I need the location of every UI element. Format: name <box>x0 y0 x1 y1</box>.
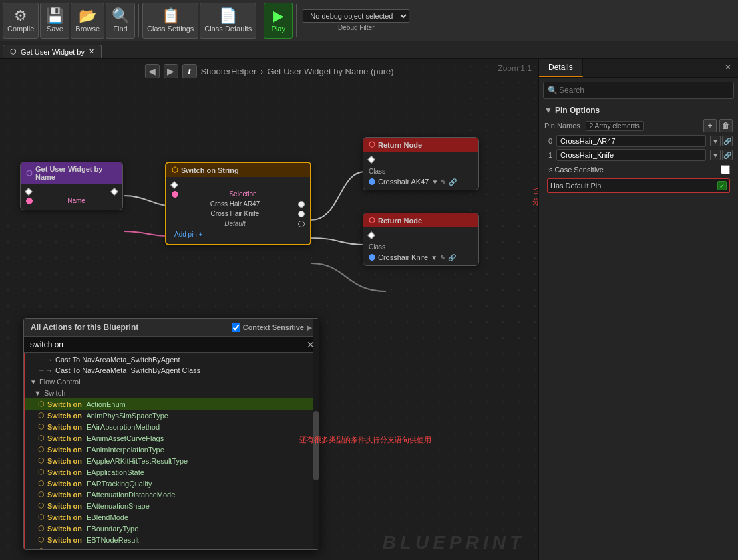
action-switch-eanim-interp[interactable]: ⬡ Switch on EAnimInterpolationType <box>25 444 318 455</box>
nav-back-button[interactable]: ◀ <box>144 64 159 78</box>
subcategory-switch[interactable]: ▼ Switch <box>25 388 318 398</box>
action-cast2[interactable]: →→ Cast To NavAreaMeta_SwitchByAgent Cla… <box>25 365 318 376</box>
switch-knife-pin[interactable] <box>298 211 305 217</box>
add-pin-btn[interactable]: + <box>703 119 717 132</box>
cast1-prefix: →→ <box>38 356 53 364</box>
canvas-area[interactable]: ◀ ▶ f ShooterHelper › Get User Widget by… <box>0 59 538 560</box>
class-settings-button[interactable]: 📋 Class Settings <box>142 3 198 39</box>
class-defaults-button[interactable]: 📄 Class Defaults <box>200 3 256 39</box>
switch-eanim-asset-icon: ⬡ <box>38 434 45 442</box>
action-switch-eapp[interactable]: ⬡ Switch on EApplicationState <box>25 466 318 478</box>
switch-enum-icon: ⬡ <box>38 400 45 408</box>
has-default-pin-checkbox[interactable]: ✓ <box>717 181 727 190</box>
switch-ear-rest: EARTrackingQuality <box>85 480 152 488</box>
switch-knife-label: Cross Hair Knife <box>211 210 260 217</box>
action-switch-eboundary[interactable]: ⬡ Switch on EBoundaryType <box>25 523 318 534</box>
context-sensitive-checkbox[interactable] <box>232 323 240 332</box>
switch-exec-row <box>172 181 305 189</box>
action-switch-eatt-dist[interactable]: ⬡ Switch on EAttenuationDistanceModel <box>25 489 318 500</box>
browse-button[interactable]: 📂 Browse <box>71 3 104 39</box>
ret1-exec-in[interactable] <box>367 156 375 163</box>
action-switch-ebt[interactable]: ⬡ Switch on EBTNodeResult <box>25 534 318 545</box>
nav-forward-button[interactable]: ▶ <box>163 64 178 78</box>
switch-eatt-dist-rest: EAttenuationDistanceModel <box>85 491 177 499</box>
actions-header: All Actions for this Blueprint Context S… <box>24 319 319 337</box>
node-switch-on-string[interactable]: ⬡ Switch on String Selection Cross Hair … <box>165 162 311 245</box>
pin-name-dot[interactable] <box>26 198 33 204</box>
category-flow-control[interactable]: ▼ Flow Control <box>25 376 318 388</box>
play-label: Play <box>272 25 285 33</box>
switch-default-label: Default <box>224 220 246 227</box>
ret2-dropdown-icon[interactable]: ▼ <box>431 254 437 261</box>
action-cast1[interactable]: →→ Cast To NavAreaMeta_SwitchByAgent <box>25 354 318 365</box>
action-switch-anim[interactable]: ⬡ Switch on AnimPhysSimSpaceType <box>25 410 318 421</box>
pin-name-input-0[interactable] <box>556 135 706 147</box>
pin-exec-in[interactable] <box>25 188 32 195</box>
action-switch-ebutton[interactable]: ⬡ Switch on EButtonClickMethod <box>25 545 318 549</box>
play-button[interactable]: ▶ Play <box>264 3 293 39</box>
action-switch-enum[interactable]: ⬡ Switch on ActionEnum <box>25 398 318 410</box>
ret1-edit-icon[interactable]: ✎ <box>441 178 446 186</box>
node-return-1[interactable]: ⬡ Return Node Class Crosshair AK47 ▼ ✎ 🔗 <box>363 137 479 190</box>
pin-1-dropdown[interactable]: ▼ <box>710 150 721 160</box>
ret1-class-dot[interactable] <box>369 178 375 185</box>
switch-selection-label: Selection <box>229 190 256 198</box>
actions-scrollbar-thumb[interactable] <box>313 411 319 480</box>
compile-label: Compile <box>7 25 34 33</box>
switch-eatt-dist-icon: ⬡ <box>38 490 45 499</box>
actions-search-input[interactable] <box>28 338 307 351</box>
ret2-edit-icon[interactable]: ✎ <box>440 254 445 261</box>
ret1-exec-row <box>369 156 473 164</box>
pin-names-actions: + 🗑 <box>703 119 733 132</box>
action-switch-eair[interactable]: ⬡ Switch on EAirAbsorptionMethod <box>25 421 318 432</box>
tab-close-icon[interactable]: ✕ <box>89 47 94 56</box>
find-label: Find <box>113 25 127 33</box>
switch-eanim-asset-rest: EAnimAssetCurveFlags <box>85 434 164 442</box>
ret1-dropdown-icon[interactable]: ▼ <box>431 178 438 186</box>
pin-1-link[interactable]: 🔗 <box>722 150 733 160</box>
pin-0-link[interactable]: 🔗 <box>722 136 733 146</box>
compile-icon: ⚙ <box>14 9 27 23</box>
ret2-class-dot[interactable] <box>369 254 375 261</box>
save-button[interactable]: 💾 Save <box>40 3 69 39</box>
node-return-2[interactable]: ⬡ Return Node Class Crosshair Knife ▼ ✎ … <box>363 213 479 266</box>
separator-3 <box>296 4 297 37</box>
action-switch-eblend[interactable]: ⬡ Switch on EBlendMode <box>25 511 318 523</box>
ret1-link-icon[interactable]: 🔗 <box>449 178 457 186</box>
pin-0-dropdown[interactable]: ▼ <box>710 136 721 146</box>
node-return-2-body: Class Crosshair Knife ▼ ✎ 🔗 <box>363 227 478 265</box>
pin-name-input-1[interactable] <box>556 149 706 161</box>
right-search-input[interactable] <box>558 84 729 96</box>
node-get-widget[interactable]: ⬡ Get User Widget by Name Name <box>20 162 123 210</box>
action-switch-eanim-asset[interactable]: ⬡ Switch on EAnimAssetCurveFlags <box>25 432 318 444</box>
ret2-exec-in[interactable] <box>367 231 375 239</box>
context-sensitive-arrow: ▶ <box>307 324 312 331</box>
action-switch-eatt-shape[interactable]: ⬡ Switch on EAttenuationShape <box>25 500 318 511</box>
switch-eblend-rest: EBlendMode <box>85 513 128 521</box>
right-panel-close[interactable]: ✕ <box>718 59 738 77</box>
switch-ar47-pin[interactable] <box>298 201 305 208</box>
action-switch-ear[interactable]: ⬡ Switch on EARTrackingQuality <box>25 478 318 489</box>
debug-filter-select[interactable]: No debug object selected ~ <box>303 9 409 23</box>
details-tab[interactable]: Details <box>539 59 583 77</box>
find-button[interactable]: 🔍 Find <box>106 3 135 39</box>
action-switch-eapple[interactable]: ⬡ Switch on EAppleARKitHitTestResultType <box>25 455 318 466</box>
switch-on-label-eanim-asset: Switch on <box>47 434 82 442</box>
ret2-link-icon[interactable]: 🔗 <box>448 254 456 261</box>
switch-eanim-interp-rest: EAnimInterpolationType <box>85 446 164 454</box>
compile-button[interactable]: ⚙ Compile <box>3 3 39 39</box>
remove-pin-btn[interactable]: 🗑 <box>719 119 733 132</box>
switch-eapp-icon: ⬡ <box>38 468 45 476</box>
switch-exec-in[interactable] <box>170 181 178 188</box>
main-tab[interactable]: ⬡ Get User Widget by ✕ <box>3 45 102 58</box>
pin-row-name: Name <box>26 196 117 206</box>
add-pin-row[interactable]: Add pin + <box>172 229 305 240</box>
switch-ebt-icon: ⬡ <box>38 535 45 544</box>
switch-ear-icon: ⬡ <box>38 479 45 488</box>
pin-names-label: Pin Names <box>544 122 580 130</box>
pin-exec-out[interactable] <box>110 188 118 195</box>
is-case-sensitive-checkbox[interactable] <box>721 165 730 174</box>
switch-selection-pin[interactable] <box>172 191 178 198</box>
switch-default-pin[interactable] <box>298 221 305 227</box>
context-sensitive-toggle[interactable]: Context Sensitive ▶ <box>232 323 312 332</box>
